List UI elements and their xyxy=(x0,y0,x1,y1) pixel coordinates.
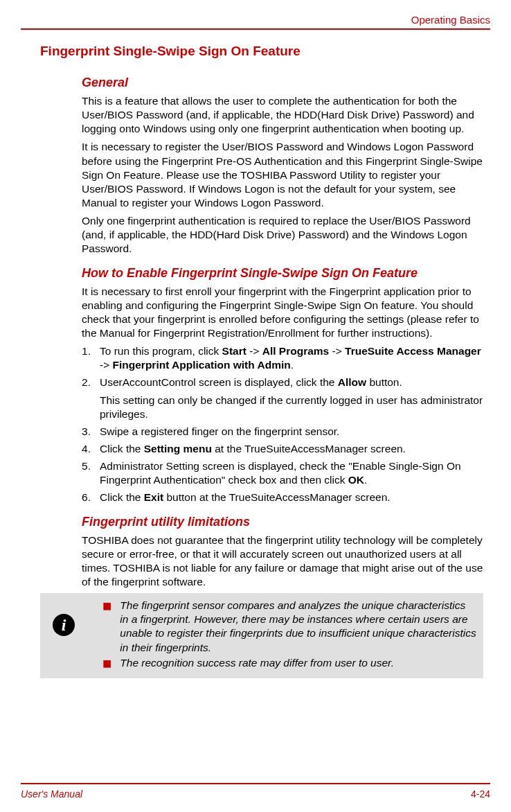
bullet-icon: ■ xyxy=(102,599,111,614)
info-item-2: ■ The recognition success rate may diffe… xyxy=(102,656,476,671)
info-text-2: The recognition success rate may differ … xyxy=(120,656,476,670)
step-5: Administrator Setting screen is displaye… xyxy=(82,459,483,487)
limitations-para: TOSHIBA does not guarantee that the fing… xyxy=(82,533,483,590)
page-footer: User's Manual 4-24 xyxy=(21,783,490,800)
steps-list-cont: Swipe a registered finger on the fingerp… xyxy=(82,425,483,505)
content-body: General This is a feature that allows th… xyxy=(82,76,483,589)
bullet-icon: ■ xyxy=(102,656,111,671)
main-heading: Fingerprint Single-Swipe Sign On Feature xyxy=(40,44,490,59)
info-box: i ■ The fingerprint sensor compares and … xyxy=(40,593,483,678)
limitations-heading: Fingerprint utility limitations xyxy=(82,515,483,529)
step-4: Click the Setting menu at the TrueSuiteA… xyxy=(82,442,483,456)
header-section-title: Operating Basics xyxy=(21,14,490,30)
general-para1: This is a feature that allows the user t… xyxy=(82,94,483,136)
step-3: Swipe a registered finger on the fingerp… xyxy=(82,425,483,439)
step-2: UserAccountControl screen is displayed, … xyxy=(82,376,483,389)
general-para3: Only one fingerprint authentication is r… xyxy=(82,214,483,256)
step-2-sub: This setting can only be changed if the … xyxy=(82,394,483,421)
howto-heading: How to Enable Fingerprint Single-Swipe S… xyxy=(82,266,483,281)
howto-intro: It is necessary to first enroll your fin… xyxy=(82,285,483,341)
info-icon: i xyxy=(53,614,75,636)
step-6: Click the Exit button at the TrueSuiteAc… xyxy=(82,491,483,504)
general-para2: It is necessary to register the User/BIO… xyxy=(82,140,483,210)
step-1: To run this program, click Start -> All … xyxy=(82,344,483,372)
footer-manual-label: User's Manual xyxy=(21,788,82,800)
general-heading: General xyxy=(82,76,483,90)
steps-list: To run this program, click Start -> All … xyxy=(82,344,483,389)
info-text-1: The fingerprint sensor compares and anal… xyxy=(120,599,476,655)
info-item-1: ■ The fingerprint sensor compares and an… xyxy=(102,599,476,655)
footer-page-number: 4-24 xyxy=(471,788,490,800)
